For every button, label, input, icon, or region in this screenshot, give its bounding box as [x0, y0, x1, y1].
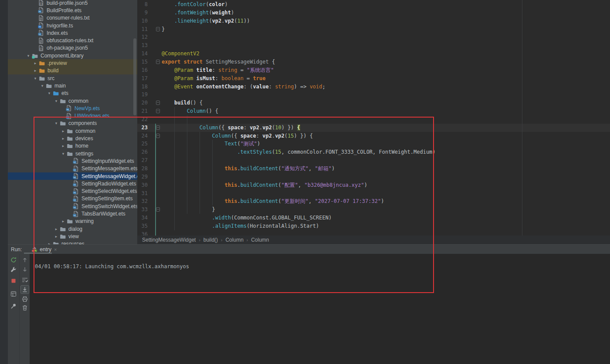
- fold-end-icon[interactable]: [156, 27, 160, 31]
- breadcrumb-item[interactable]: Column: [225, 237, 243, 243]
- breadcrumb-item[interactable]: build(): [203, 237, 218, 243]
- tree-item-settings[interactable]: ▾settings: [8, 150, 137, 157]
- tool-window-stripe[interactable]: [0, 0, 8, 364]
- code-line-11[interactable]: }: [162, 25, 165, 34]
- code-line-10[interactable]: .lineHeight(vp2.vp2(11)): [162, 17, 250, 25]
- chevron-down-icon[interactable]: ▾: [53, 121, 60, 125]
- code-line-23[interactable]: Column({ space: vp2.vp2(10) }) {: [162, 124, 300, 132]
- tree-item-home[interactable]: ▸home: [8, 142, 137, 150]
- chevron-right-icon[interactable]: ▸: [60, 219, 67, 223]
- file-ets-icon: [73, 173, 79, 179]
- code-line-9[interactable]: .fontWeight(weight): [162, 9, 234, 17]
- tree-item-tabsbarwidget-ets[interactable]: TabsBarWidget.ets: [8, 210, 137, 217]
- soft-wrap-icon[interactable]: [21, 276, 28, 283]
- rerun-icon[interactable]: [10, 256, 17, 263]
- tree-item-resources[interactable]: ▸resources: [8, 240, 137, 244]
- tree-item-settingmessageitem-ets[interactable]: SettingMessageItem.ets: [8, 165, 137, 172]
- tree-item-settingselectwidget-ets[interactable]: SettingSelectWidget.ets: [8, 188, 137, 195]
- print-icon[interactable]: [21, 296, 28, 303]
- tree-item-uiwindows-ets[interactable]: UIWindows.ets: [8, 112, 137, 120]
- restore-layout-icon[interactable]: [10, 290, 17, 297]
- pin-icon[interactable]: [10, 303, 17, 310]
- code-line-30[interactable]: this.buildContent("配置", "b326@mb8jncua.x…: [162, 181, 367, 189]
- tree-item-settingmessagewidget-ets[interactable]: SettingMessageWidget.ets: [8, 172, 137, 180]
- tree-item-hvigorfile-ts[interactable]: hvigorfile.ts: [8, 22, 137, 29]
- tree-item-componentlibrary[interactable]: ▾ComponentLibrary: [8, 52, 137, 59]
- tree-item-obfuscation-rules-txt[interactable]: obfuscation-rules.txt: [8, 37, 137, 44]
- chevron-right-icon[interactable]: ▸: [60, 136, 67, 141]
- tree-item-settinginputwidget-ets[interactable]: SettingInputWidget.ets: [8, 157, 137, 165]
- tree-item-src[interactable]: ▾src: [8, 74, 137, 82]
- tree-item-label: resources: [61, 241, 85, 244]
- tree-item-devices[interactable]: ▸devices: [8, 135, 137, 142]
- breadcrumb-item[interactable]: SettingMessageWidget: [142, 237, 196, 243]
- tree-item-build-profile-json5[interactable]: {}build-profile.json5: [8, 0, 137, 7]
- tree-item-dialog[interactable]: ▸dialog: [8, 225, 137, 233]
- settings-wrench-icon[interactable]: [10, 266, 17, 273]
- clear-all-icon[interactable]: [21, 304, 28, 311]
- chevron-down-icon[interactable]: ▾: [39, 84, 46, 88]
- chevron-right-icon[interactable]: ▸: [60, 129, 67, 133]
- chevron-down-icon[interactable]: ▾: [60, 152, 67, 156]
- fold-collapse-icon[interactable]: [156, 109, 160, 113]
- chevron-right-icon[interactable]: ▸: [32, 68, 39, 73]
- tree-item-buildprofile-ets[interactable]: BuildProfile.ets: [8, 7, 137, 14]
- stop-icon[interactable]: [10, 277, 17, 284]
- tree-item-settingswitchwidget-ets[interactable]: SettingSwitchWidget.ets: [8, 202, 137, 210]
- down-stacktrace-icon[interactable]: [21, 266, 28, 273]
- tree-item-newvp-ets[interactable]: NewVp.ets: [8, 104, 137, 112]
- code-line-33[interactable]: }: [162, 206, 215, 214]
- chevron-down-icon[interactable]: ▾: [46, 91, 53, 95]
- fold-collapse-icon[interactable]: [156, 134, 160, 138]
- chevron-down-icon[interactable]: ▾: [53, 99, 60, 103]
- tree-item-settingradiowidget-ets[interactable]: SettingRadioWidget.ets: [8, 180, 137, 187]
- project-tree[interactable]: ▸resources▸view▸dialog▸warningTabsBarWid…: [8, 0, 137, 244]
- tree-item-common[interactable]: ▸common: [8, 127, 137, 135]
- code-line-15[interactable]: export struct SettingMessageWidget {: [162, 58, 275, 66]
- chevron-right-icon[interactable]: ▸: [53, 234, 60, 239]
- tree-item-build[interactable]: ▸build: [8, 67, 137, 74]
- tree-item-view[interactable]: ▸view: [8, 233, 137, 240]
- tree-item-consumer-rules-txt[interactable]: consumer-rules.txt: [8, 14, 137, 22]
- tree-item-ets[interactable]: ▾ets: [8, 90, 137, 97]
- fold-collapse-icon[interactable]: [156, 101, 160, 105]
- code-line-28[interactable]: this.buildContent("通知方式", "邮箱"): [162, 165, 335, 173]
- code-line-32[interactable]: this.buildContent("更新时间", "2027-07-07 17…: [162, 197, 384, 206]
- tree-item-index-ets[interactable]: Index.ets: [8, 29, 137, 37]
- code-line-17[interactable]: @Param isMust: boolean = true: [162, 74, 265, 83]
- tree-item-settingsettingitem-ets[interactable]: SettingSettingItem.ets: [8, 195, 137, 202]
- code-line-8[interactable]: .fontColor(color): [162, 0, 228, 9]
- up-stacktrace-icon[interactable]: [21, 256, 28, 263]
- tree-item-warning[interactable]: ▸warning: [8, 218, 137, 225]
- code-line-35[interactable]: .alignItems(HorizontalAlign.Start): [162, 222, 319, 230]
- breadcrumb-item[interactable]: Column: [251, 237, 269, 243]
- fold-end-icon[interactable]: [156, 207, 160, 212]
- code-editor[interactable]: 8910111213141516171819202122232425262728…: [137, 0, 610, 236]
- code-line-25[interactable]: Text("测试"): [162, 140, 260, 148]
- code-line-34[interactable]: .width(CommonConst.GLOBAL_FULL_SCREEN): [162, 214, 332, 222]
- chevron-right-icon[interactable]: ▸: [32, 61, 39, 65]
- chevron-down-icon[interactable]: ▾: [25, 54, 32, 58]
- chevron-right-icon[interactable]: ▸: [60, 144, 67, 148]
- code-line-20[interactable]: build() {: [162, 99, 203, 107]
- code-line-26[interactable]: .textStyles(15, commonColor.FONT_3333_CO…: [162, 148, 436, 156]
- tree-item-components[interactable]: ▾components: [8, 120, 137, 127]
- fold-collapse-icon[interactable]: [156, 125, 160, 130]
- tree-item-common[interactable]: ▾common: [8, 97, 137, 104]
- code-line-24[interactable]: Column({ space: vp2.vp2(15) }) {: [162, 132, 313, 140]
- chevron-right-icon[interactable]: ▸: [53, 227, 60, 231]
- tree-item-oh-package-json5[interactable]: {}oh-package.json5: [8, 44, 137, 52]
- tree-item--preview[interactable]: ▸.preview: [8, 59, 137, 67]
- run-console[interactable]: 04/01 00:58:17: Launching com.wcmzllx.ax…: [30, 254, 610, 364]
- code-line-16[interactable]: @Param title: string = "系统语言": [162, 66, 274, 74]
- scroll-to-end-icon[interactable]: [20, 285, 29, 294]
- code-line-14[interactable]: @ComponentV2: [162, 50, 200, 58]
- line-number: 14: [137, 50, 148, 58]
- fold-collapse-icon[interactable]: [156, 60, 160, 64]
- tree-item-main[interactable]: ▾main: [8, 82, 137, 89]
- code-line-21[interactable]: Column() {: [162, 107, 218, 115]
- chevron-down-icon[interactable]: ▾: [32, 76, 39, 81]
- code-line-18[interactable]: @Event onContentChange: (value: string) …: [162, 83, 325, 91]
- close-tab-icon[interactable]: ×: [54, 247, 57, 252]
- tree-scrollbar[interactable]: [133, 38, 136, 115]
